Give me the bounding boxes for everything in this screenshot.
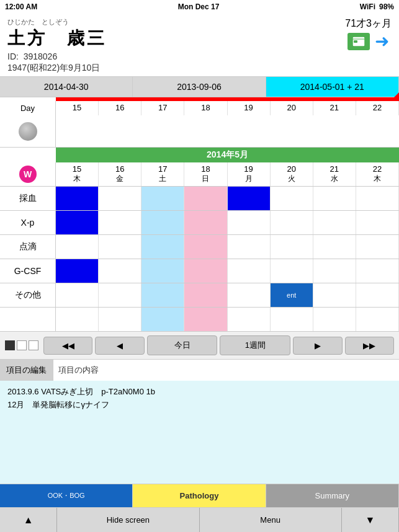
week-button[interactable]: 1週間 <box>220 335 290 355</box>
calendar-area: Day 15 16 17 18 19 20 21 22 2014年5月 <box>0 97 399 332</box>
day-name-6: 21 水 <box>313 162 356 186</box>
cal-cell-2-5[interactable] <box>271 235 313 259</box>
back-button[interactable]: ◀ <box>95 337 144 355</box>
cal-cell-2-0[interactable] <box>56 235 99 259</box>
ent-label: ent <box>287 291 296 299</box>
view-mode-squares <box>5 340 38 350</box>
cal-cell-1-0[interactable] <box>56 211 99 234</box>
cal-cell-5-6[interactable] <box>313 308 356 331</box>
row-cells-0 <box>56 187 399 210</box>
patient-birthdate: 1947(昭和22)年9月10日 <box>7 63 107 74</box>
hide-screen-button[interactable]: Hide screen <box>57 508 199 532</box>
cal-cell-4-1[interactable] <box>99 283 141 307</box>
cal-cell-4-3[interactable] <box>184 283 227 307</box>
row-label-0: 採血 <box>0 187 56 210</box>
patient-header: ひじかた としぞう 土方 歳三 ID: 3918026 1947(昭和22)年9… <box>0 14 399 77</box>
cal-cell-5-0[interactable] <box>56 308 99 331</box>
fast-forward-button[interactable]: ▶▶ <box>345 337 394 355</box>
cal-row-1: X-p <box>0 211 399 235</box>
cal-cell-4-5[interactable]: ent <box>271 283 313 307</box>
day-name-2: 17 土 <box>141 162 184 186</box>
cal-cell-2-2[interactable] <box>141 235 184 259</box>
cal-cell-1-6[interactable] <box>313 211 356 234</box>
status-bar: 12:00 AM Mon Dec 17 WiFi 98% <box>0 0 399 14</box>
cal-cell-4-2[interactable] <box>141 283 184 307</box>
up-arrow-button[interactable]: ▲ <box>0 508 57 532</box>
tab-pathology[interactable]: Pathology <box>133 484 266 507</box>
cal-cell-5-3[interactable] <box>184 308 227 331</box>
cal-cell-0-7[interactable] <box>356 187 399 210</box>
corner-cell: W <box>0 162 56 186</box>
day-num-15: 15 <box>56 101 99 115</box>
cal-cell-0-4[interactable] <box>228 187 271 210</box>
cal-row-0: 採血 <box>0 187 399 211</box>
tab-summary[interactable]: Summary <box>266 484 399 507</box>
wifi-icon: WiFi <box>360 2 375 11</box>
month-header: 2014年5月 <box>56 148 399 162</box>
day-num-18: 18 <box>184 101 227 115</box>
cal-cell-5-5[interactable] <box>271 308 313 331</box>
cal-cell-1-4[interactable] <box>228 211 271 234</box>
cal-cell-3-1[interactable] <box>99 259 141 283</box>
cal-cell-1-1[interactable] <box>99 211 141 234</box>
calendar-rows: 採血X-p点滴G-CSFその他ent <box>0 187 399 332</box>
forward-button[interactable]: ▶ <box>293 337 342 355</box>
cal-cell-3-4[interactable] <box>228 259 271 283</box>
w-icon[interactable]: W <box>0 162 55 186</box>
cal-cell-3-0[interactable] <box>56 259 99 283</box>
tab-ook-bog[interactable]: OOK・BOG <box>0 484 133 507</box>
row-label-3: G-CSF <box>0 259 56 283</box>
rewind-button[interactable]: ◀◀ <box>43 337 92 355</box>
cal-cell-3-3[interactable] <box>184 259 227 283</box>
cal-cell-0-3[interactable] <box>184 187 227 210</box>
gray-circle-icon-2[interactable] <box>19 122 37 141</box>
cal-cell-0-5[interactable] <box>271 187 313 210</box>
cal-cell-1-2[interactable] <box>141 211 184 234</box>
cal-cell-0-2[interactable] <box>141 187 184 210</box>
day-name-5: 20 火 <box>271 162 313 186</box>
cal-cell-2-4[interactable] <box>228 235 271 259</box>
patient-id: ID: 3918026 <box>7 51 107 61</box>
cal-cell-4-4[interactable] <box>228 283 271 307</box>
cal-cell-5-1[interactable] <box>99 308 141 331</box>
status-time: 12:00 AM <box>5 2 37 11</box>
square-black[interactable] <box>5 340 15 350</box>
square-white-2[interactable] <box>29 340 38 350</box>
cal-cell-3-5[interactable] <box>271 259 313 283</box>
content-text: 項目の内容 <box>53 360 399 381</box>
action-bar: ▲ Hide screen Menu ▼ <box>0 507 399 532</box>
cal-cell-5-7[interactable] <box>356 308 399 331</box>
green-icon[interactable] <box>347 33 370 50</box>
cal-cell-1-7[interactable] <box>356 211 399 234</box>
day-name-3: 18 日 <box>184 162 227 186</box>
cal-cell-2-3[interactable] <box>184 235 227 259</box>
battery-indicator: 98% <box>379 2 394 11</box>
day-num-19: 19 <box>228 101 271 115</box>
cal-cell-0-6[interactable] <box>313 187 356 210</box>
cal-cell-2-1[interactable] <box>99 235 141 259</box>
down-arrow-button[interactable]: ▼ <box>342 508 399 532</box>
cal-cell-3-7[interactable] <box>356 259 399 283</box>
cal-cell-2-6[interactable] <box>313 235 356 259</box>
date-tab-0[interactable]: 2014-04-30 <box>0 77 133 97</box>
cal-cell-2-7[interactable] <box>356 235 399 259</box>
edit-button[interactable]: 項目の編集 <box>0 360 53 381</box>
today-button[interactable]: 今日 <box>147 335 218 355</box>
cal-cell-3-6[interactable] <box>313 259 356 283</box>
day-name-0: 15 木 <box>56 162 99 186</box>
cal-cell-5-4[interactable] <box>228 308 271 331</box>
cal-cell-4-7[interactable] <box>356 283 399 307</box>
date-tab-1[interactable]: 2013-09-06 <box>133 77 266 97</box>
cal-cell-1-5[interactable] <box>271 211 313 234</box>
cal-cell-0-0[interactable] <box>56 187 99 210</box>
cal-cell-4-6[interactable] <box>313 283 356 307</box>
square-white-1[interactable] <box>17 340 27 350</box>
blue-arrow-icon[interactable]: ➜ <box>375 33 389 50</box>
cal-cell-4-0[interactable] <box>56 283 99 307</box>
cal-cell-3-2[interactable] <box>141 259 184 283</box>
date-tab-2[interactable]: 2014-05-01 + 21 <box>266 77 399 97</box>
cal-cell-1-3[interactable] <box>184 211 227 234</box>
cal-cell-5-2[interactable] <box>141 308 184 331</box>
menu-button[interactable]: Menu <box>200 508 342 532</box>
cal-cell-0-1[interactable] <box>99 187 141 210</box>
